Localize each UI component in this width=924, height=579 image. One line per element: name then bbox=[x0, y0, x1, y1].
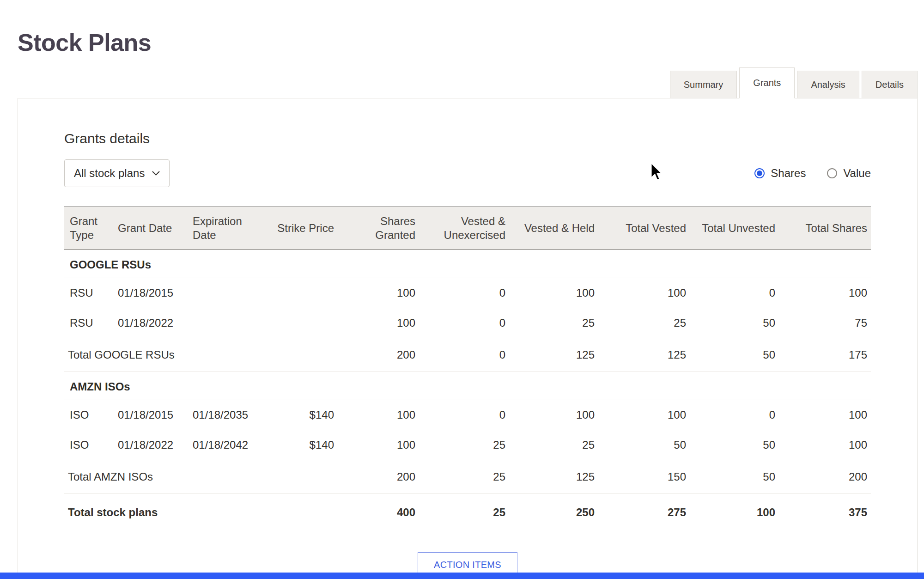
total-label: Total AMZN ISOs bbox=[64, 460, 338, 494]
column-header: Total Shares bbox=[779, 207, 871, 250]
section-heading: Grants details bbox=[64, 131, 871, 146]
table-cell: $140 bbox=[268, 430, 338, 460]
group-header-row: GOOGLE RSUs bbox=[64, 250, 871, 278]
table-cell: 50 bbox=[690, 308, 779, 338]
radio-label: Value bbox=[843, 167, 871, 180]
table-cell: 25 bbox=[419, 430, 509, 460]
controls-row: All stock plans SharesValue bbox=[64, 159, 871, 187]
grants-panel: Grants details All stock plans SharesVal… bbox=[18, 98, 918, 579]
group-name-label: GOOGLE RSUs bbox=[64, 250, 871, 278]
table-cell: 100 bbox=[509, 400, 598, 430]
column-header: Total Unvested bbox=[690, 207, 779, 250]
tab-grants[interactable]: Grants bbox=[739, 67, 795, 98]
table-cell: 50 bbox=[690, 430, 779, 460]
table-cell: 75 bbox=[779, 308, 871, 338]
table-cell: 200 bbox=[338, 460, 419, 494]
table-cell: 125 bbox=[598, 338, 690, 372]
table-cell: 01/18/2015 bbox=[114, 400, 189, 430]
tab-analysis[interactable]: Analysis bbox=[797, 71, 859, 98]
tab-summary[interactable]: Summary bbox=[670, 71, 737, 98]
column-header: Vested & Held bbox=[509, 207, 598, 250]
table-cell: 01/18/2015 bbox=[114, 278, 189, 308]
column-header: Total Vested bbox=[598, 207, 690, 250]
table-cell: 25 bbox=[419, 494, 509, 531]
table-cell bbox=[268, 278, 338, 308]
table-cell: 0 bbox=[419, 278, 509, 308]
bottom-accent-bar bbox=[0, 573, 924, 579]
table-cell: 01/18/2042 bbox=[189, 430, 268, 460]
radio-icon[interactable] bbox=[827, 168, 837, 178]
table-cell: 100 bbox=[598, 400, 690, 430]
table-cell: 01/18/2022 bbox=[114, 308, 189, 338]
column-header: Shares Granted bbox=[338, 207, 419, 250]
table-cell: 0 bbox=[690, 400, 779, 430]
group-total-row: Total AMZN ISOs2002512515050200 bbox=[64, 460, 871, 494]
table-cell: 100 bbox=[338, 308, 419, 338]
table-cell: ISO bbox=[64, 400, 114, 430]
table-cell: 0 bbox=[419, 308, 509, 338]
table-cell: 0 bbox=[419, 338, 509, 372]
grand-total-row: Total stock plans40025250275100375 bbox=[64, 494, 871, 531]
table-row: RSU01/18/2022100025255075 bbox=[64, 308, 871, 338]
table-cell: ISO bbox=[64, 430, 114, 460]
table-cell: 100 bbox=[338, 278, 419, 308]
stock-plan-filter-value: All stock plans bbox=[74, 167, 145, 180]
table-cell: 50 bbox=[690, 338, 779, 372]
table-cell: 150 bbox=[598, 460, 690, 494]
radio-icon[interactable] bbox=[754, 168, 765, 178]
table-cell: 250 bbox=[509, 494, 598, 531]
table-header-row: Grant TypeGrant DateExpiration DateStrik… bbox=[64, 207, 871, 250]
table-cell: 275 bbox=[598, 494, 690, 531]
table-cell: 25 bbox=[598, 308, 690, 338]
table-cell: RSU bbox=[64, 308, 114, 338]
group-header-row: AMZN ISOs bbox=[64, 372, 871, 400]
table-cell: 100 bbox=[509, 278, 598, 308]
column-header: Grant Date bbox=[114, 207, 189, 250]
table-cell bbox=[268, 308, 338, 338]
table-cell: 100 bbox=[779, 400, 871, 430]
radio-value[interactable]: Value bbox=[827, 167, 871, 180]
table-cell: 50 bbox=[690, 460, 779, 494]
table-cell: 400 bbox=[338, 494, 419, 531]
table-row: ISO01/18/202201/18/2042$1401002525505010… bbox=[64, 430, 871, 460]
share-value-toggle: SharesValue bbox=[754, 167, 871, 180]
table-cell: 100 bbox=[690, 494, 779, 531]
table-cell: 100 bbox=[338, 430, 419, 460]
table-cell: 100 bbox=[338, 400, 419, 430]
table-cell: 100 bbox=[598, 278, 690, 308]
total-label: Total stock plans bbox=[64, 494, 338, 531]
table-cell: 0 bbox=[690, 278, 779, 308]
tab-details[interactable]: Details bbox=[862, 71, 918, 98]
table-cell: 100 bbox=[779, 430, 871, 460]
table-cell: 100 bbox=[779, 278, 871, 308]
table-cell: 175 bbox=[779, 338, 871, 372]
column-header: Vested & Unexercised bbox=[419, 207, 509, 250]
table-cell: 25 bbox=[509, 430, 598, 460]
group-total-row: Total GOOGLE RSUs200012512550175 bbox=[64, 338, 871, 372]
table-cell: 0 bbox=[419, 400, 509, 430]
table-cell: RSU bbox=[64, 278, 114, 308]
table-cell: 200 bbox=[779, 460, 871, 494]
column-header: Grant Type bbox=[64, 207, 114, 250]
table-row: ISO01/18/201501/18/2035$1401000100100010… bbox=[64, 400, 871, 430]
stock-plan-filter[interactable]: All stock plans bbox=[64, 159, 170, 187]
radio-shares[interactable]: Shares bbox=[754, 167, 806, 180]
table-row: RSU01/18/201510001001000100 bbox=[64, 278, 871, 308]
table-cell: 01/18/2035 bbox=[189, 400, 268, 430]
table-cell: $140 bbox=[268, 400, 338, 430]
chevron-down-icon bbox=[152, 171, 160, 176]
table-cell: 125 bbox=[509, 460, 598, 494]
table-cell: 125 bbox=[509, 338, 598, 372]
table-cell: 01/18/2022 bbox=[114, 430, 189, 460]
table-cell: 25 bbox=[509, 308, 598, 338]
column-header: Expiration Date bbox=[189, 207, 268, 250]
table-cell bbox=[189, 278, 268, 308]
table-cell: 50 bbox=[598, 430, 690, 460]
table-cell: 200 bbox=[338, 338, 419, 372]
table-cell: 25 bbox=[419, 460, 509, 494]
page-title: Stock Plans bbox=[18, 29, 924, 56]
column-header: Strike Price bbox=[268, 207, 338, 250]
grants-table: Grant TypeGrant DateExpiration DateStrik… bbox=[64, 207, 871, 531]
tab-bar: SummaryGrantsAnalysisDetails bbox=[18, 67, 918, 98]
group-name-label: AMZN ISOs bbox=[64, 372, 871, 400]
